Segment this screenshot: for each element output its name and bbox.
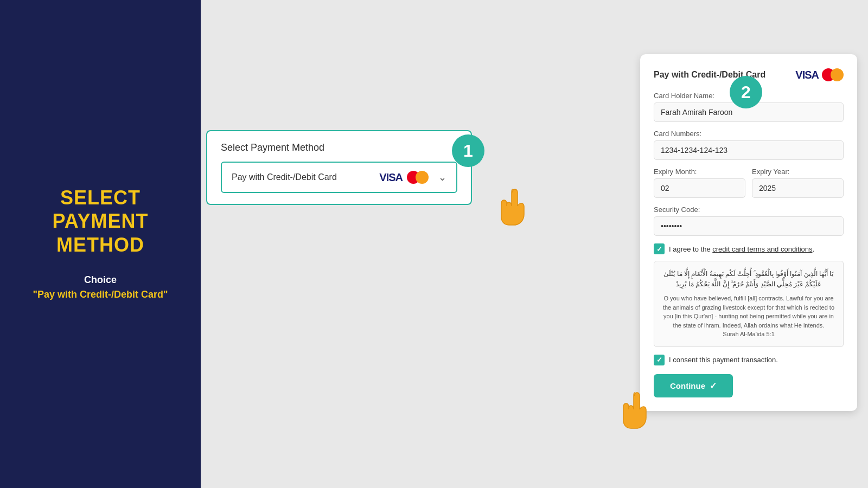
card-numbers-input[interactable] [654, 140, 844, 160]
visa-icon: VISA [379, 171, 403, 184]
terms-checkbox[interactable] [654, 243, 665, 254]
expiry-year-label: Expiry Year: [752, 168, 844, 176]
payment-selector-title: Select Payment Method [221, 142, 457, 153]
chevron-down-icon: ⌄ [438, 171, 446, 183]
security-code-group: Security Code: [654, 206, 844, 236]
consent-checkbox-row: I consent this payment transaction. [654, 355, 844, 365]
terms-checkbox-row: I agree to the credit card terms and con… [654, 243, 844, 254]
left-panel: SELECT PAYMENT METHOD Choice "Pay with C… [0, 0, 201, 488]
security-code-label: Security Code: [654, 206, 844, 214]
consent-checkbox[interactable] [654, 355, 665, 365]
quran-box: يَا أَيُّهَا الَّذِينَ آمَنُوا أَوْفُوا … [654, 261, 844, 347]
expiry-month-input[interactable] [654, 178, 745, 198]
quran-english-text: O you who have believed, fulfill [all] c… [662, 294, 835, 339]
step-2-badge: 2 [730, 76, 762, 108]
expiry-month-label: Expiry Month: [654, 168, 745, 176]
payment-selector-wrapper: Select Payment Method Pay with Credit-/D… [201, 130, 472, 205]
mc-circle-right [416, 171, 429, 184]
continue-button[interactable]: Continue ✓ [654, 374, 733, 397]
payment-option-icons: VISA ⌄ [379, 170, 446, 184]
consent-label: I consent this payment transaction. [669, 356, 778, 364]
expiry-year-input[interactable] [752, 178, 844, 198]
card-form-visa-icon: VISA [795, 69, 819, 81]
payment-selector-box: Select Payment Method Pay with Credit-/D… [206, 130, 472, 205]
card-form-mastercard-icon [822, 68, 844, 82]
expiry-year-group: Expiry Year: [752, 168, 844, 198]
expiry-month-group: Expiry Month: [654, 168, 745, 198]
instruction-text: Choice "Pay with Credit-/Debit Card" [33, 273, 168, 302]
terms-label: I agree to the credit card terms and con… [669, 245, 814, 253]
right-panel: 1 Select Payment Method Pay with Credit-… [201, 0, 868, 488]
continue-btn-wrapper: Continue ✓ [654, 374, 844, 397]
page-title: SELECT PAYMENT METHOD [22, 186, 179, 256]
step-1-badge: 1 [452, 134, 484, 167]
cursor-hand-2 [616, 390, 654, 434]
payment-option[interactable]: Pay with Credit-/Debit Card VISA ⌄ [221, 162, 457, 193]
card-numbers-group: Card Numbers: [654, 130, 844, 160]
expiry-row: Expiry Month: Expiry Year: [654, 168, 844, 206]
terms-link[interactable]: credit card terms and conditions [712, 245, 812, 253]
payment-option-label: Pay with Credit-/Debit Card [232, 172, 337, 182]
quran-arabic-text: يَا أَيُّهَا الَّذِينَ آمَنُوا أَوْفُوا … [662, 269, 835, 290]
security-code-input[interactable] [654, 216, 844, 236]
continue-checkmark-icon: ✓ [710, 381, 717, 391]
mastercard-icon [407, 170, 429, 184]
cursor-hand-1 [494, 187, 532, 230]
card-numbers-label: Card Numbers: [654, 130, 844, 138]
card-form-header-icons: VISA [795, 68, 844, 82]
